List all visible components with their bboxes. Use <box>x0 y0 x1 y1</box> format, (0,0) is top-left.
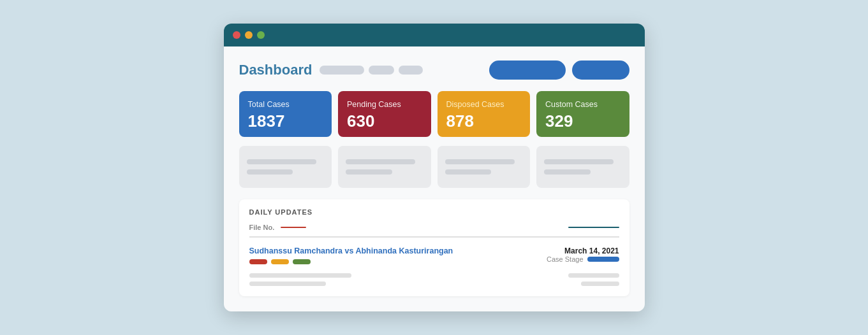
case-date: March 14, 2021 <box>547 246 619 255</box>
placeholder-grid <box>239 146 629 188</box>
placeholder-card-3 <box>438 146 531 188</box>
bottom-ph-bar-2a <box>249 282 326 286</box>
header-pill-3 <box>399 66 423 75</box>
ph-bar-4b <box>544 169 591 175</box>
dot-bar-red <box>249 259 267 264</box>
header-buttons <box>489 61 629 80</box>
case-right: March 14, 2021 Case Stage <box>547 246 619 263</box>
table-header-left: File No. <box>249 224 307 231</box>
dot-red[interactable] <box>233 31 240 39</box>
ph-bar-1b <box>247 169 293 175</box>
case-stage-label: Case Stage <box>547 255 583 263</box>
stat-value-pending: 630 <box>347 113 422 129</box>
header-pill-2 <box>369 66 394 75</box>
file-no-label: File No. <box>249 224 275 231</box>
ph-bar-3a <box>445 159 515 164</box>
stat-value-custom: 329 <box>545 113 621 129</box>
ph-bar-4a <box>544 159 614 164</box>
stat-value-disposed: 878 <box>446 113 522 129</box>
browser-window: Dashboard Total Cases 1837 Pending Cases <box>224 24 645 311</box>
stats-grid: Total Cases 1837 Pending Cases 630 Dispo… <box>239 91 629 137</box>
dot-bar-green <box>293 259 311 264</box>
ph-bar-3b <box>445 169 492 175</box>
header-pill-1 <box>320 66 364 75</box>
header-left: Dashboard <box>239 62 423 78</box>
stat-card-total[interactable]: Total Cases 1837 <box>239 91 332 137</box>
dot-green[interactable] <box>257 31 265 39</box>
stat-label-pending: Pending Cases <box>347 100 422 109</box>
header-button-secondary[interactable] <box>572 61 629 80</box>
stat-label-total: Total Cases <box>248 100 323 109</box>
stat-card-custom[interactable]: Custom Cases 329 <box>536 91 629 137</box>
color-dots <box>249 259 453 264</box>
stat-card-disposed[interactable]: Disposed Cases 878 <box>438 91 531 137</box>
bottom-ph-bar-2b <box>581 282 619 286</box>
stat-label-disposed: Disposed Cases <box>446 100 522 109</box>
dot-bar-orange <box>271 259 289 264</box>
case-name[interactable]: Sudhanssu Ramchandra vs Abhinanda Kastur… <box>249 246 453 255</box>
stat-value-total: 1837 <box>248 113 323 129</box>
ph-bar-2b <box>346 169 392 175</box>
case-left: Sudhanssu Ramchandra vs Abhinanda Kastur… <box>249 246 453 264</box>
file-no-line <box>281 227 306 228</box>
bottom-placeholders <box>249 273 619 286</box>
header-pills <box>320 66 423 75</box>
placeholder-card-2 <box>338 146 431 188</box>
bottom-ph-bar-1b <box>568 273 619 278</box>
ph-bar-1a <box>247 159 316 164</box>
stat-card-pending[interactable]: Pending Cases 630 <box>338 91 431 137</box>
page-title: Dashboard <box>239 62 313 78</box>
table-header-row: File No. <box>249 224 619 238</box>
dot-yellow[interactable] <box>245 31 253 39</box>
section-title: DAILY UPDATES <box>249 208 619 216</box>
case-stage-row: Case Stage <box>547 255 619 263</box>
browser-content: Dashboard Total Cases 1837 Pending Cases <box>224 46 645 311</box>
header: Dashboard <box>239 61 629 80</box>
placeholder-card-4 <box>536 146 629 188</box>
bottom-ph-bar-1a <box>249 273 351 278</box>
table-header-right-line <box>568 227 619 228</box>
case-stage-bar <box>587 257 619 262</box>
bottom-ph-row-2 <box>249 282 619 286</box>
browser-titlebar <box>224 24 645 46</box>
stat-label-custom: Custom Cases <box>545 100 621 109</box>
ph-bar-2a <box>346 159 415 164</box>
daily-updates-section: DAILY UPDATES File No. Sudhanssu Ramchan… <box>239 199 629 296</box>
header-button-primary[interactable] <box>489 61 566 80</box>
bottom-ph-row-1 <box>249 273 619 278</box>
placeholder-card-1 <box>239 146 332 188</box>
table-data-row: Sudhanssu Ramchandra vs Abhinanda Kastur… <box>249 243 619 267</box>
